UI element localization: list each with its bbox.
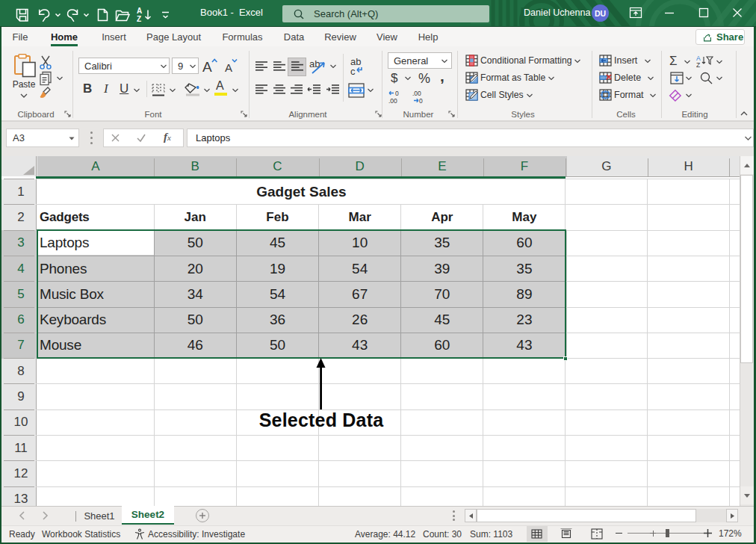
svg-text:A: A bbox=[137, 7, 142, 15]
svg-text:0: 0 bbox=[419, 97, 423, 105]
svg-text:Z: Z bbox=[137, 15, 141, 23]
svg-text:Z: Z bbox=[696, 61, 700, 68]
svg-text:0: 0 bbox=[395, 90, 399, 97]
svg-text:.00: .00 bbox=[412, 90, 421, 97]
svg-text:c: c bbox=[350, 66, 356, 76]
svg-text:.00: .00 bbox=[388, 97, 397, 105]
svg-text:A: A bbox=[202, 59, 212, 75]
svg-text:A: A bbox=[225, 61, 232, 74]
